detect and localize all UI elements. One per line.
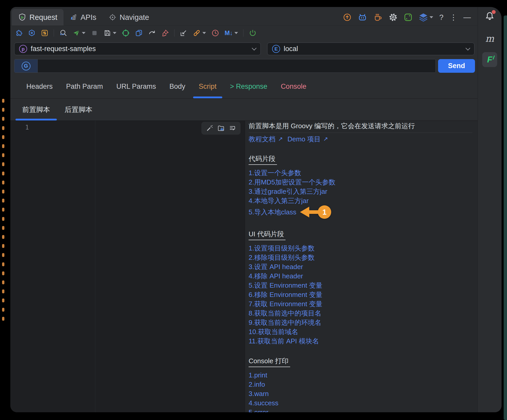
edge-marker [2, 289, 4, 293]
tab-apis[interactable]: APIs [64, 9, 102, 26]
filter-sliders-icon[interactable] [41, 29, 49, 37]
snippet-link[interactable]: 5.导入本地class1 [249, 205, 472, 219]
script-editor[interactable]: 1 [10, 121, 245, 412]
snippet-link[interactable]: 3.设置 API header [249, 262, 472, 271]
snippet-link[interactable]: 9.获取当前选中的环境名 [249, 318, 472, 327]
tab-headers[interactable]: Headers [20, 75, 59, 98]
stop-icon[interactable] [91, 29, 98, 37]
crosshair-icon [109, 13, 116, 21]
redo-icon[interactable] [148, 29, 156, 37]
api-bars-icon [70, 13, 77, 21]
save-button[interactable] [104, 29, 116, 37]
project-value: fast-request-samples [31, 45, 249, 53]
tab-console[interactable]: Console [274, 75, 313, 98]
upgrade-arrow-icon[interactable] [343, 13, 352, 22]
snippet-link[interactable]: 3.warn [249, 389, 472, 398]
doc-top-links: 教程文档↗Demo 项目↗ [249, 135, 472, 143]
edge-marker [2, 226, 4, 230]
toolbar-separator [54, 29, 54, 37]
tab-request[interactable]: Request [12, 9, 64, 26]
send-request-button[interactable] [73, 29, 85, 37]
fast-request-tool-button[interactable]: F [482, 52, 497, 67]
robot-icon[interactable] [358, 13, 367, 22]
import-curl-icon[interactable] [180, 29, 187, 37]
edge-marker [2, 181, 4, 184]
coffee-icon[interactable] [373, 13, 383, 22]
snippet-link[interactable]: 2.用MD5加密设置一个头参数 [249, 177, 472, 187]
snippet-link[interactable]: 4.本地导入第三方jar [249, 196, 472, 205]
subtab-pre-script[interactable]: 前置脚本 [15, 99, 57, 120]
connect-power-icon[interactable] [249, 29, 257, 37]
edge-marker [2, 271, 4, 275]
screenshot-frame-icon[interactable] [404, 13, 413, 22]
toolbar-separator [243, 29, 243, 37]
edge-marker [2, 262, 4, 266]
edge-marker [2, 162, 4, 166]
notification-bell-button[interactable] [485, 11, 495, 21]
folder-chart-icon[interactable] [217, 125, 225, 132]
tab-url-params[interactable]: URL Params [110, 75, 163, 98]
gear-icon[interactable] [389, 13, 398, 22]
snippet-link[interactable]: 5.error [249, 408, 472, 412]
markdown-icon: M↓ [225, 29, 233, 37]
mermaid-tool-button[interactable]: m [485, 33, 494, 44]
doc-sections: 代码片段1.设置一个头参数2.用MD5加密设置一个头参数3.通过gradle引入… [249, 155, 472, 412]
snippet-link[interactable]: 8.获取当前选中的项目名 [249, 309, 472, 318]
snippet-link[interactable]: 11.获取当前 API 模块名 [249, 336, 472, 346]
clear-brush-icon[interactable] [161, 29, 169, 37]
snippet-link[interactable]: 1.设置项目级别头参数 [249, 244, 472, 253]
export-markdown-button[interactable]: M↓ [225, 29, 238, 37]
snippet-link[interactable]: 5.设置 Environment 变量 [249, 281, 472, 290]
search-code-icon[interactable] [59, 29, 67, 37]
doc-link[interactable]: Demo 项目 [287, 135, 321, 143]
tab-path-param[interactable]: Path Param [59, 75, 110, 98]
external-link-icon: ↗ [323, 135, 328, 143]
snippet-link[interactable]: 6.移除 Environment 变量 [249, 290, 472, 299]
history-clock-icon[interactable] [211, 29, 219, 37]
send-button[interactable]: Send [438, 59, 475, 73]
snippet-link[interactable]: 4.success [249, 398, 472, 408]
tab-navigate[interactable]: Navigate [102, 9, 155, 26]
snippet-link[interactable]: 7.获取 Environment 变量 [249, 299, 472, 309]
chevron-down-icon [202, 32, 206, 34]
url-input[interactable] [38, 59, 435, 72]
snippet-link[interactable]: 1.设置一个头参数 [249, 168, 472, 177]
edge-marker [2, 135, 4, 139]
tab-response[interactable]: > Response [223, 75, 274, 98]
environment-select[interactable]: E local [267, 43, 474, 55]
edge-marker [2, 108, 4, 112]
help-button[interactable]: ? [439, 14, 443, 21]
subtab-post-script[interactable]: 后置脚本 [57, 99, 100, 120]
copy-link-button[interactable] [193, 29, 206, 37]
section-heading: Console 打印 [249, 357, 290, 367]
environment-badge-icon: E [272, 45, 280, 53]
project-select[interactable]: p fast-request-samples [14, 43, 261, 55]
minimize-button[interactable]: — [463, 14, 471, 21]
snippet-link[interactable]: 1.print [249, 370, 472, 380]
doc-section: Console 打印1.print2.info3.warn4.success5.… [249, 357, 472, 412]
snippet-link[interactable]: 3.通过gradle引入第三方jar [249, 187, 472, 196]
method-selector[interactable]: G [14, 59, 38, 72]
snippet-link[interactable]: 4.移除 API header [249, 271, 472, 281]
edge-marker [2, 208, 4, 212]
copy-duplicate-icon[interactable] [135, 29, 143, 37]
module-hexagon-icon[interactable] [28, 29, 36, 37]
snippet-link[interactable]: 2.移除项目级别头参数 [249, 253, 472, 262]
snippet-link[interactable]: 2.info [249, 380, 472, 389]
layers-menu[interactable] [419, 13, 433, 22]
doc-link[interactable]: 教程文档 [249, 135, 275, 143]
more-menu-button[interactable]: ⋮ [450, 14, 457, 21]
chevron-down-icon [465, 46, 470, 50]
chevron-down-icon [113, 32, 116, 34]
chevron-down-icon [430, 16, 433, 18]
tab-body[interactable]: Body [163, 75, 192, 98]
edge-marker [2, 126, 4, 130]
soft-wrap-icon[interactable] [229, 125, 236, 132]
plugin-puzzle-icon[interactable] [15, 29, 23, 37]
toolbar-separator [174, 29, 175, 37]
snippet-link[interactable]: 10.获取当前域名 [249, 327, 472, 336]
locate-target-icon[interactable] [122, 29, 130, 37]
edge-marker [2, 298, 4, 302]
magic-wand-icon[interactable] [206, 125, 213, 132]
tab-script[interactable]: Script [192, 75, 223, 98]
